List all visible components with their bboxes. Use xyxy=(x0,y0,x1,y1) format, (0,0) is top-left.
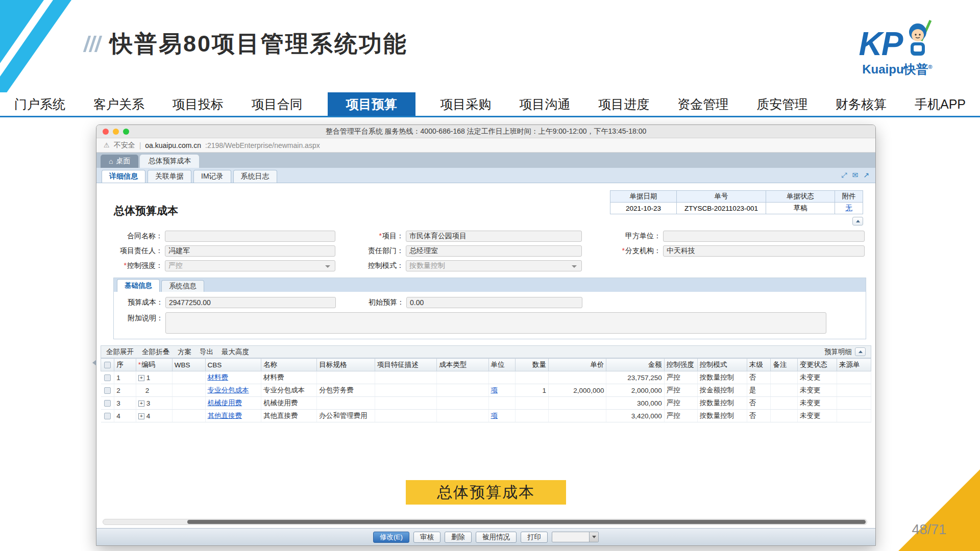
address-bar[interactable]: ⚠ 不安全 | oa.kuaipu.com.cn:2198/WebEnterpr… xyxy=(96,138,875,153)
strength-select[interactable]: 严控 xyxy=(165,260,335,271)
party-label: 甲方单位： xyxy=(584,232,661,241)
cell-link[interactable]: 材料费 xyxy=(208,373,229,381)
cell-link[interactable]: 项 xyxy=(491,386,498,394)
row-select[interactable] xyxy=(101,397,114,410)
toolbar-link[interactable]: 最大高度 xyxy=(222,347,249,357)
mode-select[interactable]: 按数量控制 xyxy=(406,260,582,271)
checkbox-icon[interactable] xyxy=(104,387,111,394)
cell-amount: 3,420,000 xyxy=(606,410,664,422)
window-tab[interactable]: 总体预算成本 xyxy=(140,155,199,168)
footer-button[interactable]: 删除 xyxy=(445,532,472,543)
section-tabs: 基础信息系统信息 xyxy=(114,278,866,292)
grid-col-cost_type: 成本类型 xyxy=(437,359,488,371)
nav-item[interactable]: 项目合同 xyxy=(249,92,306,116)
brand-logo: KP Kuaipu快普® xyxy=(841,19,953,78)
nav-item[interactable]: 项目沟通 xyxy=(516,92,573,116)
cell-leaf: 是 xyxy=(747,384,771,397)
panel-collapse-handle[interactable] xyxy=(92,360,96,366)
cell-link[interactable]: 项 xyxy=(491,412,498,419)
content-area: 总体预算成本 单据日期单号单据状态附件 2021-10-23ZTYSCB-202… xyxy=(96,183,875,528)
project-input[interactable] xyxy=(406,231,582,242)
collapse-grid-button[interactable] xyxy=(855,347,866,356)
minimize-icon[interactable] xyxy=(113,129,119,135)
cell-price xyxy=(548,397,606,410)
grid-col-price: 单价 xyxy=(548,359,606,371)
nav-item[interactable]: 资金管理 xyxy=(674,92,731,116)
checkbox-icon[interactable] xyxy=(104,362,111,368)
table-row: 4+4其他直接费其他直接费办公和管理费用项3,420,000严控按数量控制否未变… xyxy=(101,410,871,422)
nav-item[interactable]: 手机APP xyxy=(912,92,969,116)
cell-link[interactable]: 专业分包成本 xyxy=(208,386,249,394)
section-tab[interactable]: 基础信息 xyxy=(117,279,160,292)
toolbar-link[interactable]: 全部折叠 xyxy=(142,347,169,357)
nav-item[interactable]: 项目进度 xyxy=(595,92,652,116)
cell-qty: 1 xyxy=(516,384,549,397)
row-select[interactable] xyxy=(101,371,114,384)
footer-button[interactable]: 被用情况 xyxy=(476,532,517,543)
collapse-header-button[interactable] xyxy=(852,217,863,226)
chat-icon[interactable]: ✉ xyxy=(852,171,859,180)
row-select[interactable] xyxy=(101,410,114,422)
detail-tab[interactable]: IM记录 xyxy=(193,170,231,183)
maximize-icon[interactable] xyxy=(123,129,129,135)
branch-input[interactable] xyxy=(663,245,865,257)
section-tab[interactable]: 系统信息 xyxy=(161,280,204,292)
cell-wbs xyxy=(172,397,205,410)
fullscreen-icon[interactable]: ⤢ xyxy=(841,171,847,180)
nav-item[interactable]: 项目采购 xyxy=(437,92,495,116)
grid-col-amount: 金额 xyxy=(606,359,664,371)
window-tab[interactable]: ⌂桌面 xyxy=(101,155,138,168)
nav-item[interactable]: 客户关系 xyxy=(90,92,148,116)
nav-item[interactable]: 门户系统 xyxy=(11,92,68,116)
footer-dropdown[interactable] xyxy=(552,532,599,542)
expand-icon[interactable]: + xyxy=(138,413,144,419)
toolbar-link[interactable]: 全部展开 xyxy=(106,347,134,357)
initial-budget-input[interactable] xyxy=(406,297,582,308)
budget-table: 序*编码WBSCBS名称目标规格项目特征描述成本类型单位数量单价金额控制强度控制… xyxy=(101,358,871,422)
cell-price: 2,000,000 xyxy=(548,384,606,397)
toolbar-link[interactable]: 方案 xyxy=(178,347,191,357)
cell-remark xyxy=(771,384,798,397)
footer-button[interactable]: 审核 xyxy=(413,532,440,543)
col-label: 序 xyxy=(116,361,124,368)
checkbox-icon[interactable] xyxy=(104,413,111,419)
cell-strength: 严控 xyxy=(664,384,697,397)
detail-tab[interactable]: 关联单据 xyxy=(148,170,191,183)
cell-cbs: 其他直接费 xyxy=(205,410,261,422)
budget-cost-input[interactable] xyxy=(165,297,336,308)
detail-tab[interactable]: 系统日志 xyxy=(233,170,277,183)
cell-change: 未变更 xyxy=(798,384,837,397)
contract-input[interactable] xyxy=(165,231,335,242)
close-icon[interactable] xyxy=(103,129,109,135)
attachment-link[interactable]: 无 xyxy=(845,204,852,212)
col-label: 控制强度 xyxy=(667,361,694,368)
url-path: :2198/WebEnterprise/newmain.aspx xyxy=(205,141,320,149)
share-icon[interactable]: ↗ xyxy=(863,171,869,180)
manager-input[interactable] xyxy=(165,245,335,257)
grid-select-all[interactable] xyxy=(101,359,114,371)
dept-input[interactable] xyxy=(406,245,582,257)
nav-item[interactable]: 质安管理 xyxy=(753,92,811,116)
expand-icon[interactable]: + xyxy=(138,375,144,381)
toolbar-link[interactable]: 导出 xyxy=(200,347,213,357)
scrollbar-thumb[interactable] xyxy=(187,520,866,524)
row-select[interactable] xyxy=(101,384,114,397)
nav-item[interactable]: 项目投标 xyxy=(169,92,227,116)
doc-info-value: 2021-10-23 xyxy=(610,203,677,214)
note-textarea[interactable] xyxy=(165,312,826,334)
checkbox-icon[interactable] xyxy=(104,374,111,381)
slide: 快普易80项目管理系统功能 KP Kuaipu快普® 门户系统客户关系项目投标项… xyxy=(0,0,980,551)
detail-tab[interactable]: 详细信息 xyxy=(102,170,145,183)
nav-item[interactable]: 项目预算 xyxy=(328,92,415,116)
cell-link[interactable]: 机械使用费 xyxy=(208,399,242,407)
expand-icon[interactable]: + xyxy=(138,400,144,407)
checkbox-icon[interactable] xyxy=(104,400,111,407)
window-tabs: ⌂桌面总体预算成本 xyxy=(96,153,875,168)
footer-button[interactable]: 修改(E) xyxy=(373,532,409,543)
cell-link[interactable]: 其他直接费 xyxy=(208,412,242,419)
horizontal-scrollbar[interactable] xyxy=(103,519,867,525)
footer-button[interactable]: 打印 xyxy=(521,532,548,543)
nav-bar: 门户系统客户关系项目投标项目合同项目预算项目采购项目沟通项目进度资金管理质安管理… xyxy=(0,92,980,117)
nav-item[interactable]: 财务核算 xyxy=(832,92,890,116)
party-input[interactable] xyxy=(663,231,865,242)
